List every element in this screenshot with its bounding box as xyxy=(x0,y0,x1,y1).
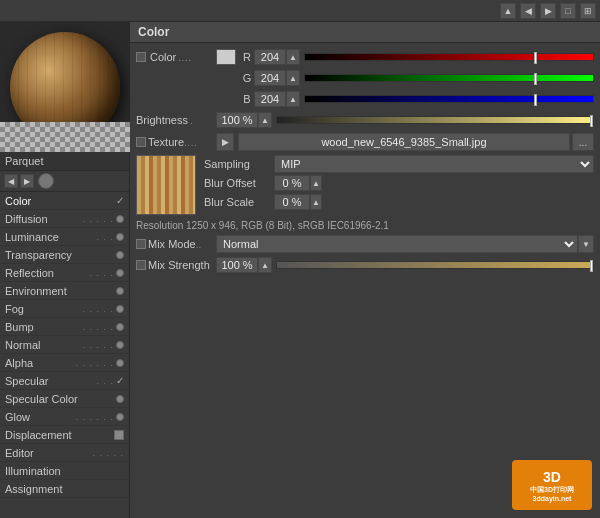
sidebar-item-reflection[interactable]: Reflection . . . . xyxy=(0,264,129,282)
green-stepper[interactable]: ▲ xyxy=(286,70,300,86)
sidebar-item-alpha[interactable]: Alpha . . . . . . xyxy=(0,354,129,372)
texture-filename: wood_new_6546_9385_Small.jpg xyxy=(238,133,570,151)
red-stepper[interactable]: ▲ xyxy=(286,49,300,65)
sidebar-item-illumination[interactable]: Illumination xyxy=(0,462,129,480)
mix-strength-row: Mix Strength ▲ xyxy=(136,255,594,275)
sidebar-item-glow[interactable]: Glow . . . . . . xyxy=(0,408,129,426)
red-slider[interactable] xyxy=(304,50,594,64)
brightness-label: Brightness . xyxy=(136,114,216,126)
green-track xyxy=(304,74,594,82)
mix-strength-slider[interactable] xyxy=(276,261,594,269)
color-checkbox[interactable] xyxy=(136,52,146,62)
brightness-input[interactable] xyxy=(216,112,258,128)
brightness-stepper[interactable]: ▲ xyxy=(258,112,272,128)
sidebar-item-displacement[interactable]: Displacement xyxy=(0,426,129,444)
sampling-row: Sampling MIP None SAT xyxy=(204,155,594,173)
color-swatch[interactable] xyxy=(216,49,236,65)
mix-mode-select[interactable]: Normal Multiply Screen Overlay xyxy=(216,235,578,253)
sidebar-item-assignment[interactable]: Assignment xyxy=(0,480,129,498)
blur-scale-stepper[interactable]: ▲ xyxy=(310,194,322,210)
blur-scale-input[interactable] xyxy=(274,194,310,210)
mix-mode-select-wrapper: Normal Multiply Screen Overlay xyxy=(216,235,578,253)
resolution-text: Resolution 1250 x 946, RGB (8 Bit), sRGB… xyxy=(136,219,594,234)
material-nav: ◀ ▶ xyxy=(0,171,129,192)
brightness-row: Brightness . ▲ xyxy=(136,110,594,130)
sampling-select-wrapper: MIP None SAT xyxy=(274,155,594,173)
texture-details: Sampling MIP None SAT Blur Offset xyxy=(136,155,594,215)
blur-offset-stepper[interactable]: ▲ xyxy=(310,175,322,191)
mix-strength-stepper[interactable]: ▲ xyxy=(258,257,272,273)
green-slider[interactable] xyxy=(304,71,594,85)
brightness-slider[interactable] xyxy=(276,116,594,124)
mix-strength-label: Mix Strength xyxy=(136,259,216,271)
mix-mode-label: Mix Mode .. xyxy=(136,238,216,250)
blue-input[interactable] xyxy=(254,91,286,107)
preview-area xyxy=(0,22,130,152)
section-header: Color xyxy=(130,22,600,43)
sidebar-item-bump[interactable]: Bump . . . . . xyxy=(0,318,129,336)
nav-arrow-left[interactable]: ◀ xyxy=(4,174,18,188)
sidebar-item-normal[interactable]: Normal . . . . . xyxy=(0,336,129,354)
red-thumb xyxy=(534,52,537,64)
green-input[interactable] xyxy=(254,70,286,86)
blue-thumb xyxy=(534,94,537,106)
top-toolbar: ▲ ◀ ▶ □ ⊞ xyxy=(0,0,600,22)
toolbar-icon-left[interactable]: ◀ xyxy=(520,3,536,19)
sidebar-item-diffusion[interactable]: Diffusion . . . . . xyxy=(0,210,129,228)
sampling-select[interactable]: MIP None SAT xyxy=(274,155,594,173)
texture-label: Texture .... xyxy=(136,136,216,148)
sidebar-item-color[interactable]: Color ✓ xyxy=(0,192,129,210)
blur-offset-input[interactable] xyxy=(274,175,310,191)
toolbar-icon-right[interactable]: ▶ xyxy=(540,3,556,19)
sidebar-item-transparency[interactable]: Transparency xyxy=(0,246,129,264)
toolbar-icon-up[interactable]: ▲ xyxy=(500,3,516,19)
blur-scale-row: Blur Scale ▲ xyxy=(204,193,594,211)
sidebar-item-luminance[interactable]: Luminance . . . xyxy=(0,228,129,246)
sidebar-item-specular[interactable]: Specular . . . ✓ xyxy=(0,372,129,390)
texture-preview-swatch xyxy=(136,155,196,215)
texture-row: Texture .... ▶ wood_new_6546_9385_Small.… xyxy=(136,131,594,153)
texture-params: Sampling MIP None SAT Blur Offset xyxy=(204,155,594,215)
sidebar-item-fog[interactable]: Fog . . . . . xyxy=(0,300,129,318)
color-section: Color .... R ▲ G ▲ xyxy=(130,43,600,280)
sidebar-items: Color ✓ Diffusion . . . . . Luminance . … xyxy=(0,192,129,518)
color-label: Color .... xyxy=(136,51,216,63)
material-name: Parquet xyxy=(0,152,129,171)
watermark: 3D 中国3D打印网 3ddayin.net xyxy=(512,460,592,510)
brightness-thumb xyxy=(590,115,593,127)
sidebar-item-editor[interactable]: Editor . . . . . xyxy=(0,444,129,462)
blue-track xyxy=(304,95,594,103)
main-layout: Parquet ◀ ▶ Color ✓ Diffusion . . . . . … xyxy=(0,22,600,518)
sidebar-item-environment[interactable]: Environment xyxy=(0,282,129,300)
toolbar-icons: ▲ ◀ ▶ □ ⊞ xyxy=(500,3,596,19)
toolbar-icon-grid[interactable]: ⊞ xyxy=(580,3,596,19)
right-panel: Color Color .... R ▲ xyxy=(130,22,600,518)
blue-slider[interactable] xyxy=(304,92,594,106)
texture-checkbox[interactable] xyxy=(136,137,146,147)
mix-strength-checkbox[interactable] xyxy=(136,260,146,270)
mix-mode-checkbox[interactable] xyxy=(136,239,146,249)
toolbar-icon-window[interactable]: □ xyxy=(560,3,576,19)
blue-row: B ▲ xyxy=(136,89,594,109)
mix-mode-dropdown-btn[interactable]: ▼ xyxy=(578,235,594,253)
green-thumb xyxy=(534,73,537,85)
green-row: G ▲ xyxy=(136,68,594,88)
red-input[interactable] xyxy=(254,49,286,65)
blue-stepper[interactable]: ▲ xyxy=(286,91,300,107)
red-track xyxy=(304,53,594,61)
preview-checkerboard xyxy=(0,122,130,152)
sidebar-item-specular-color[interactable]: Specular Color xyxy=(0,390,129,408)
mix-strength-input[interactable] xyxy=(216,257,258,273)
nav-arrow-right[interactable]: ▶ xyxy=(20,174,34,188)
blur-offset-row: Blur Offset ▲ xyxy=(204,174,594,192)
left-panel: Parquet ◀ ▶ Color ✓ Diffusion . . . . . … xyxy=(0,22,130,518)
texture-play-button[interactable]: ▶ xyxy=(216,133,234,151)
color-row: Color .... R ▲ xyxy=(136,47,594,67)
material-options-icon[interactable] xyxy=(38,173,54,189)
mix-mode-row: Mix Mode .. Normal Multiply Screen Overl… xyxy=(136,234,594,254)
texture-more-button[interactable]: ... xyxy=(572,133,594,151)
mix-strength-thumb xyxy=(590,260,593,272)
